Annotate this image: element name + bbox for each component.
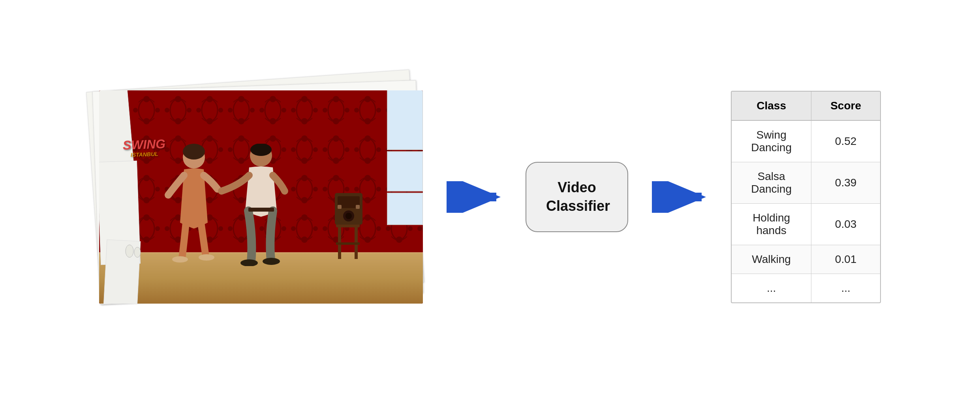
class-cell-4: Walking	[732, 245, 811, 274]
class-cell-2: Salsa Dancing	[732, 162, 811, 204]
svg-point-29	[345, 213, 352, 219]
score-cell-4: 0.01	[811, 245, 880, 274]
table-row: Walking 0.01	[732, 245, 880, 274]
svg-point-16	[199, 254, 214, 261]
svg-rect-21	[248, 208, 274, 212]
score-cell-1: 0.52	[811, 120, 880, 162]
table-row: Holding hands 0.03	[732, 204, 880, 245]
score-cell-2: 0.39	[811, 162, 880, 204]
video-frame: SWING ISTANBUL	[99, 90, 423, 304]
classifier-title: Video Classifier	[546, 178, 608, 216]
svg-point-15	[172, 256, 188, 263]
svg-rect-10	[387, 90, 423, 150]
class-cell-1: Swing Dancing	[732, 120, 811, 162]
col-header-class: Class	[732, 92, 811, 120]
score-cell-3: 0.03	[811, 204, 880, 245]
video-section: SWING ISTANBUL	[99, 90, 423, 304]
svg-rect-7	[99, 90, 134, 171]
results-table-container: Class Score Swing Dancing 0.52 Salsa Dan…	[731, 91, 881, 303]
dancers-svg	[139, 144, 336, 266]
svg-point-33	[134, 247, 141, 257]
svg-point-18	[250, 144, 272, 156]
svg-point-14	[183, 144, 205, 159]
main-layout: SWING ISTANBUL	[0, 75, 980, 319]
table-row: Swing Dancing 0.52	[732, 120, 880, 162]
radio-svg	[333, 193, 364, 229]
stool-svg	[332, 223, 364, 266]
arrow-1-container	[447, 181, 502, 213]
table-row: Salsa Dancing 0.39	[732, 162, 880, 204]
svg-rect-11	[387, 152, 423, 191]
arrow-2-container	[652, 181, 707, 213]
class-cell-5: ...	[732, 274, 811, 303]
arrow-2-svg	[652, 181, 707, 213]
svg-rect-31	[356, 205, 360, 209]
lanterns-svg	[124, 241, 143, 261]
svg-point-20	[263, 258, 280, 265]
svg-rect-12	[387, 193, 423, 225]
svg-point-32	[126, 245, 133, 257]
classifier-box: Video Classifier	[526, 162, 628, 232]
right-window	[383, 90, 423, 229]
class-cell-3: Holding hands	[732, 204, 811, 245]
photo-main: SWING ISTANBUL	[99, 90, 423, 304]
svg-rect-25	[336, 242, 360, 245]
table-row: ... ...	[732, 274, 880, 303]
col-header-score: Score	[811, 92, 880, 120]
arrow-1-svg	[447, 181, 502, 213]
score-cell-5: ...	[811, 274, 880, 303]
results-table: Class Score Swing Dancing 0.52 Salsa Dan…	[732, 92, 880, 302]
svg-rect-30	[338, 205, 342, 209]
